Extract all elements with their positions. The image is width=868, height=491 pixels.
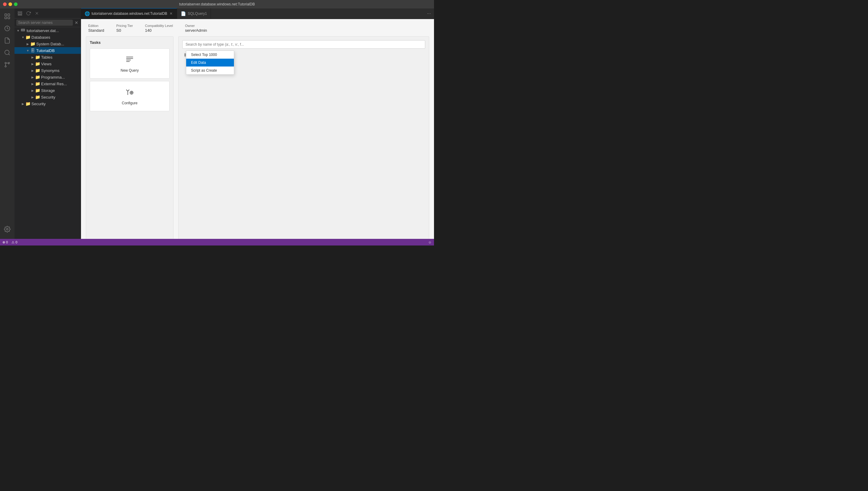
- activity-source-control-icon[interactable]: [2, 59, 13, 70]
- tree-arrow-security-tutorialdb: ▶: [30, 95, 35, 99]
- svg-point-7: [5, 62, 6, 64]
- svg-rect-1: [8, 14, 10, 16]
- tab-tutorialdb[interactable]: 🌐 tutorialserver.database.windows.net:Tu…: [81, 8, 177, 19]
- context-menu-select-top[interactable]: Select Top 1000: [186, 51, 234, 59]
- tab-sqlquery1[interactable]: 📄 SQLQuery1: [177, 8, 211, 19]
- svg-rect-11: [18, 11, 22, 12]
- tree-item-views[interactable]: ▶ 📁 Views: [14, 60, 81, 67]
- folder-icon-synonyms: 📁: [35, 68, 40, 73]
- tree-item-synonyms[interactable]: ▶ 📁 Synonyms: [14, 67, 81, 74]
- db-info-owner-label: Owner: [185, 24, 207, 28]
- titlebar: tutorialserver.database.windows.net:Tuto…: [0, 0, 434, 8]
- folder-icon-databases: 📁: [25, 35, 30, 39]
- maximize-traffic-light[interactable]: [14, 2, 18, 6]
- tree-label-security-toplevel: Security: [31, 102, 46, 106]
- tree-item-externalres[interactable]: ▶ 📁 External Res...: [14, 80, 81, 87]
- tree-label-externalres: External Res...: [41, 82, 67, 86]
- tree-item-storage[interactable]: ▶ 📁 Storage: [14, 87, 81, 94]
- new-query-label: New Query: [121, 68, 139, 73]
- activity-files-icon[interactable]: [2, 35, 13, 46]
- status-bar: ⊗ 0 ⚠ 0 ☺: [0, 239, 434, 246]
- new-query-icon: [125, 55, 134, 66]
- database-icon-tutorialdb: 🗄: [30, 48, 35, 53]
- status-errors[interactable]: ⊗ 0: [2, 240, 8, 244]
- tab-close-tutorialdb[interactable]: ✕: [169, 11, 173, 16]
- activity-connections-icon[interactable]: [2, 11, 13, 22]
- activity-bar: [0, 8, 14, 246]
- sidebar-server-icon[interactable]: [16, 10, 24, 17]
- sidebar-refresh-icon[interactable]: [25, 10, 32, 17]
- main-content: Edition Standard Pricing Tier S0 Compati…: [81, 19, 434, 246]
- folder-icon-programmability: 📁: [35, 75, 40, 80]
- svg-point-10: [6, 228, 8, 230]
- tree-label-synonyms: Synonyms: [41, 68, 60, 73]
- tree-arrow-tutorialdb: ▼: [25, 48, 30, 53]
- svg-rect-13: [18, 15, 22, 16]
- svg-rect-0: [5, 14, 7, 16]
- warning-count: 0: [16, 240, 17, 244]
- sidebar-disconnect-icon[interactable]: [33, 10, 40, 17]
- tables-panel: ▦ dbo.Cu Select Top 1000 Edit Data Scrip…: [178, 36, 429, 241]
- db-info-compat-value: 140: [145, 28, 173, 33]
- tree-arrow-externalres: ▶: [30, 81, 35, 86]
- folder-icon-security-toplevel: 📁: [25, 101, 30, 106]
- svg-rect-12: [18, 13, 22, 14]
- tree-arrow-databases: ▼: [21, 35, 25, 39]
- db-info-edition-value: Standard: [88, 28, 104, 33]
- search-server-names-input[interactable]: [16, 20, 73, 26]
- tree-item-tables[interactable]: ▶ 📁 Tables: [14, 54, 81, 60]
- warning-icon: ⚠: [11, 240, 14, 244]
- status-smiley[interactable]: ☺: [428, 240, 431, 244]
- tree-label-systemdb: System Datab...: [36, 42, 64, 46]
- tree-item-programmability[interactable]: ▶ 📁 Programma...: [14, 74, 81, 80]
- status-warnings[interactable]: ⚠ 0: [11, 240, 17, 244]
- configure-card[interactable]: Configure: [90, 81, 170, 111]
- search-clear-button[interactable]: ✕: [74, 20, 79, 26]
- svg-point-5: [5, 50, 9, 55]
- db-info-edition: Edition Standard: [88, 24, 104, 33]
- context-menu-script-create[interactable]: Script as Create: [186, 66, 234, 75]
- folder-icon-externalres: 📁: [35, 81, 40, 86]
- server-icon: [21, 28, 25, 33]
- tab-bar: 🌐 tutorialserver.database.windows.net:Tu…: [81, 8, 434, 19]
- error-icon: ⊗: [2, 240, 5, 244]
- folder-icon-tables: 📁: [35, 55, 40, 60]
- context-menu-edit-data[interactable]: Edit Data: [186, 59, 234, 66]
- tree-arrow-tables: ▶: [30, 55, 35, 60]
- tasks-panel-title: Tasks: [90, 40, 170, 45]
- configure-label: Configure: [122, 101, 138, 105]
- folder-icon-systemdb: 📁: [30, 41, 35, 46]
- tree-arrow-synonyms: ▶: [30, 68, 35, 73]
- tree-item-security-tutorialdb[interactable]: ▶ 📁 Security: [14, 94, 81, 100]
- tree-arrow-server: ▼: [16, 28, 21, 33]
- configure-icon: [125, 87, 134, 98]
- db-info-edition-label: Edition: [88, 24, 104, 28]
- svg-point-8: [5, 66, 6, 67]
- activity-settings-icon[interactable]: [2, 224, 13, 235]
- tree-arrow-storage: ▶: [30, 88, 35, 93]
- tree-label-views: Views: [41, 62, 51, 66]
- tree-arrow-programmability: ▶: [30, 75, 35, 80]
- tree-arrow-views: ▶: [30, 61, 35, 66]
- tree-label-tables: Tables: [41, 55, 53, 60]
- tree-label-tutorialdb: TutorialDB: [36, 48, 55, 53]
- tree-label-programmability: Programma...: [41, 75, 65, 80]
- context-menu: Select Top 1000 Edit Data Script as Crea…: [186, 51, 234, 75]
- db-info-owner: Owner serverAdmin: [185, 24, 207, 33]
- activity-search-icon[interactable]: [2, 47, 13, 58]
- activity-history-icon[interactable]: [2, 23, 13, 34]
- tree-item-tutorialdb[interactable]: ▼ 🗄 TutorialDB: [14, 47, 81, 54]
- tree-item-server[interactable]: ▼ tutorialserver.dat...: [14, 27, 81, 34]
- tree-label-server: tutorialserver.dat...: [27, 28, 59, 33]
- new-query-card[interactable]: New Query: [90, 48, 170, 79]
- tree-item-databases[interactable]: ▼ 📁 Databases: [14, 34, 81, 40]
- close-traffic-light[interactable]: [3, 2, 7, 6]
- folder-icon-views: 📁: [35, 61, 40, 66]
- svg-rect-3: [8, 17, 10, 19]
- tree-item-security-toplevel[interactable]: ▶ 📁 Security: [14, 100, 81, 107]
- tab-label-tutorialdb: tutorialserver.database.windows.net:Tuto…: [92, 11, 167, 16]
- minimize-traffic-light[interactable]: [8, 2, 12, 6]
- more-tabs-button[interactable]: ···: [424, 8, 434, 19]
- tree-item-systemdb[interactable]: ▶ 📁 System Datab...: [14, 40, 81, 47]
- tables-search-input[interactable]: [182, 40, 425, 49]
